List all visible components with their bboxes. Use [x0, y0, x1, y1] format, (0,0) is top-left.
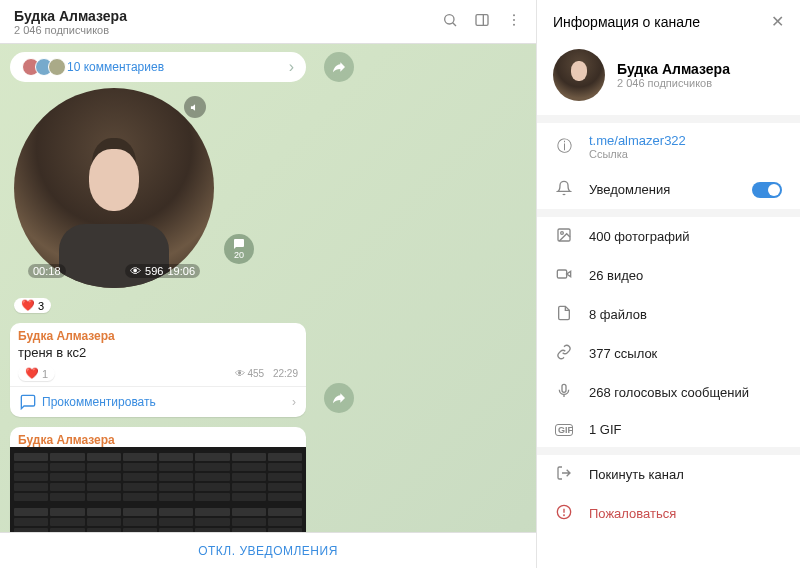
message-bubble[interactable]: Будка Алмазера треня в кс2 ❤️1 👁 455 22:… — [10, 323, 306, 417]
svg-rect-2 — [476, 14, 488, 25]
chat-title-block[interactable]: Будка Алмазера 2 046 подписчиков — [14, 8, 442, 36]
channel-profile[interactable]: Будка Алмазера 2 046 подписчиков — [537, 43, 800, 115]
eye-icon: 👁 — [130, 265, 141, 277]
share-button[interactable] — [324, 52, 354, 82]
message-author: Будка Алмазера — [18, 329, 298, 343]
chevron-right-icon: › — [292, 395, 296, 409]
reply-count-button[interactable]: 20 — [224, 234, 254, 264]
mute-icon[interactable] — [184, 96, 206, 118]
video-duration: 00:18 — [28, 264, 66, 278]
logout-icon — [555, 465, 573, 484]
comment-button[interactable]: Прокомментировать › — [10, 386, 306, 417]
media-voice-row[interactable]: 268 голосовых сообщений — [537, 373, 800, 412]
chat-title: Будка Алмазера — [14, 8, 442, 24]
message-views: 👁 455 22:29 — [235, 368, 299, 379]
info-panel: Информация о канале ✕ Будка Алмазера 2 0… — [536, 0, 800, 568]
svg-point-13 — [564, 515, 565, 516]
media-photos-row[interactable]: 400 фотографий — [537, 217, 800, 256]
image-attachment[interactable] — [10, 447, 306, 532]
notifications-row[interactable]: Уведомления — [537, 170, 800, 209]
channel-subscribers: 2 046 подписчиков — [617, 77, 730, 89]
svg-point-8 — [561, 232, 564, 235]
media-files-row[interactable]: 8 файлов — [537, 295, 800, 334]
notifications-toggle[interactable] — [752, 182, 782, 198]
video-message[interactable]: 00:18 👁59619:06 20 — [14, 88, 214, 288]
search-icon[interactable] — [442, 12, 458, 32]
svg-point-4 — [513, 14, 515, 16]
message-text: треня в кс2 — [18, 345, 298, 360]
svg-line-1 — [453, 22, 456, 25]
chat-header: Будка Алмазера 2 046 подписчиков — [0, 0, 536, 44]
svg-point-0 — [445, 14, 454, 23]
svg-rect-10 — [562, 384, 566, 392]
close-icon[interactable]: ✕ — [771, 12, 784, 31]
chevron-right-icon: › — [289, 58, 294, 76]
reaction-pill[interactable]: ❤️3 — [14, 298, 51, 313]
info-icon: ⓘ — [555, 137, 573, 156]
media-gif-row[interactable]: GIF 1 GIF — [537, 412, 800, 447]
messages-list[interactable]: 10 комментариев › 00:18 👁59619:06 20 ❤️3 — [0, 44, 536, 532]
sidebar-icon[interactable] — [474, 12, 490, 32]
leave-channel-row[interactable]: Покинуть канал — [537, 455, 800, 494]
svg-point-5 — [513, 19, 515, 21]
svg-rect-9 — [557, 270, 566, 278]
message-author: Будка Алмазера — [18, 433, 298, 447]
alert-icon — [555, 504, 573, 523]
mic-icon — [555, 383, 573, 402]
reaction-pill[interactable]: ❤️1 — [18, 366, 55, 381]
file-icon — [555, 305, 573, 324]
comments-count: 10 комментариев — [67, 60, 283, 74]
media-videos-row[interactable]: 26 видео — [537, 256, 800, 295]
video-meta: 👁59619:06 — [125, 264, 200, 278]
message-bubble[interactable]: Будка Алмазера выиграли епт — [10, 427, 306, 532]
media-links-row[interactable]: 377 ссылок — [537, 334, 800, 373]
svg-point-6 — [513, 23, 515, 25]
share-button[interactable] — [324, 383, 354, 413]
bell-icon — [555, 180, 573, 199]
photo-icon — [555, 227, 573, 246]
comments-pill[interactable]: 10 комментариев › — [10, 52, 306, 82]
commenter-avatar — [48, 58, 66, 76]
channel-name: Будка Алмазера — [617, 61, 730, 77]
info-panel-title: Информация о канале — [553, 14, 700, 30]
more-icon[interactable] — [506, 12, 522, 32]
video-icon — [555, 266, 573, 285]
gif-icon: GIF — [555, 424, 573, 436]
link-icon — [555, 344, 573, 363]
mute-button[interactable]: ОТКЛ. УВЕДОМЛЕНИЯ — [0, 532, 536, 568]
channel-avatar — [553, 49, 605, 101]
report-row[interactable]: Пожаловаться — [537, 494, 800, 533]
chat-subtitle: 2 046 подписчиков — [14, 24, 442, 36]
channel-link-row[interactable]: ⓘ t.me/almazer322 Ссылка — [537, 123, 800, 170]
